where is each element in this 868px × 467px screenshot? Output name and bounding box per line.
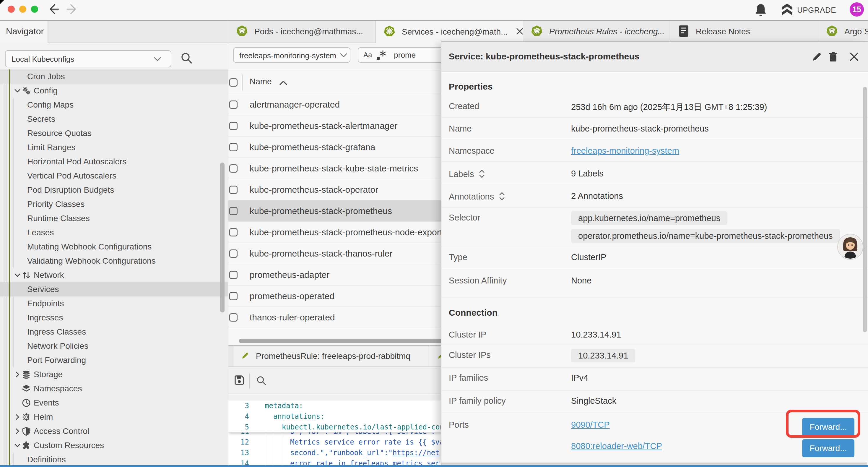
- sidebar-item-label: Config Maps: [27, 100, 73, 110]
- sidebar-item-pod-disruption-budgets[interactable]: Pod Disruption Budgets: [0, 183, 228, 197]
- forward-button[interactable]: Forward...: [802, 439, 855, 457]
- sidebar-scrollbar[interactable]: [220, 163, 224, 313]
- dock-resize-bar[interactable]: [0, 465, 868, 467]
- trash-icon[interactable]: [828, 51, 839, 63]
- namespace-select[interactable]: freeleaps-monitoring-system: [233, 47, 350, 63]
- window-close-button[interactable]: [8, 6, 15, 13]
- sidebar-item-network-policies[interactable]: Network Policies: [0, 339, 228, 353]
- row-checkbox[interactable]: [229, 228, 238, 236]
- sidebar-item-services[interactable]: Services: [0, 282, 228, 296]
- sidebar-item-label: Custom Resources: [34, 441, 104, 450]
- dock-tab-prometheusrule[interactable]: PrometheusRule: freeleaps-prod-rabbitmq: [233, 346, 429, 367]
- sidebar-item-label: Namespaces: [34, 384, 82, 393]
- row-checkbox[interactable]: [229, 292, 238, 300]
- chevron-right-icon[interactable]: [13, 413, 22, 422]
- cluster-ip-badge[interactable]: 10.233.14.91: [571, 349, 635, 362]
- nav-back-button[interactable]: [49, 4, 59, 15]
- row-checkbox[interactable]: [229, 250, 238, 258]
- sidebar-item-resource-quotas[interactable]: Resource Quotas: [0, 126, 228, 140]
- name-column-header[interactable]: Name: [250, 77, 272, 86]
- sidebar-item-label: Network Policies: [27, 341, 88, 351]
- regex-toggle-icon[interactable]: [376, 50, 386, 61]
- window-zoom-button[interactable]: [31, 6, 38, 13]
- sidebar-item-definitions[interactable]: Definitions: [0, 453, 228, 465]
- sidebar-item-config-maps[interactable]: Config Maps: [0, 98, 228, 112]
- selector-badge[interactable]: operator.prometheus.io/name=kube-prometh…: [571, 229, 840, 243]
- sidebar-item-label: Config: [34, 86, 58, 95]
- chevron-right-icon[interactable]: [13, 427, 22, 437]
- document-icon: [678, 25, 689, 38]
- row-checkbox[interactable]: [229, 271, 238, 279]
- service-name-cell: kube-prometheus-stack-operator: [250, 185, 378, 195]
- sidebar-item-leases[interactable]: Leases: [0, 226, 228, 240]
- sidebar-item-runtime-classes[interactable]: Runtime Classes: [0, 211, 228, 226]
- sidebar-item-custom-resources[interactable]: Custom Resources: [0, 438, 228, 453]
- row-checkbox[interactable]: [229, 143, 238, 151]
- sort-ascending-icon[interactable]: [279, 80, 288, 86]
- drawer-value-link[interactable]: freeleaps-monitoring-system: [571, 146, 679, 156]
- chevron-down-icon[interactable]: [13, 441, 22, 451]
- sidebar-item-ingress-classes[interactable]: Ingress Classes: [0, 325, 228, 339]
- sidebar-item-ingresses[interactable]: Ingresses: [0, 311, 228, 325]
- edit-pencil-icon[interactable]: [811, 51, 823, 63]
- upgrade-button[interactable]: UPGRADE: [781, 4, 836, 17]
- drawer-scrollbar[interactable]: [863, 87, 867, 332]
- match-case-toggle[interactable]: Aa: [363, 51, 372, 59]
- kubeconfig-select[interactable]: Local Kubeconfigs: [5, 50, 172, 67]
- row-checkbox[interactable]: [229, 164, 238, 173]
- sidebar-item-endpoints[interactable]: Endpoints: [0, 296, 228, 311]
- sidebar-item-cron-jobs[interactable]: Cron Jobs: [0, 69, 228, 84]
- close-icon[interactable]: [848, 51, 860, 63]
- navigator-sidebar: Local Kubeconfigs Cron JobsConfigConfig …: [0, 43, 228, 465]
- sidebar-item-validating-webhook-configurations[interactable]: Validating Webhook Configurations: [0, 254, 228, 268]
- tab-argo-se[interactable]: Argo Se: [818, 21, 868, 42]
- window-corner: [0, 0, 4, 4]
- sidebar-item-port-forwarding[interactable]: Port Forwarding: [0, 353, 228, 368]
- row-divider: [441, 139, 868, 139]
- sidebar-item-label: Priority Classes: [27, 200, 85, 209]
- row-checkbox[interactable]: [229, 100, 238, 109]
- edit-pencil-icon: [241, 351, 249, 361]
- port-link[interactable]: 8080:reloader-web/TCP: [571, 441, 662, 451]
- sidebar-search-icon[interactable]: [180, 51, 194, 66]
- sidebar-item-label: Runtime Classes: [27, 214, 90, 223]
- notifications-bell-icon[interactable]: [754, 3, 768, 19]
- sidebar-item-access-control[interactable]: Access Control: [0, 424, 228, 438]
- sidebar-item-namespaces[interactable]: Namespaces: [0, 382, 228, 396]
- sidebar-item-vertical-pod-autoscalers[interactable]: Vertical Pod Autoscalers: [0, 169, 228, 183]
- sidebar-item-storage[interactable]: Storage: [0, 368, 228, 382]
- chevron-down-icon[interactable]: [13, 271, 22, 281]
- sidebar-item-label: Endpoints: [27, 299, 64, 308]
- save-icon[interactable]: [234, 375, 245, 387]
- tab-services-icecheng-math[interactable]: Services - icecheng@math...: [376, 21, 523, 43]
- select-all-checkbox[interactable]: [229, 78, 238, 87]
- port-link[interactable]: 9090/TCP: [571, 420, 610, 430]
- chevron-right-icon[interactable]: [13, 370, 22, 380]
- sidebar-item-config[interactable]: Config: [0, 84, 228, 98]
- sidebar-item-network[interactable]: Network: [0, 268, 228, 282]
- tab-prometheus-rules-icecheng[interactable]: Prometheus Rules - icecheng...: [523, 21, 670, 42]
- user-avatar[interactable]: [837, 234, 863, 260]
- tab-pods-icecheng-mathmas[interactable]: Pods - icecheng@mathmas...: [228, 21, 376, 42]
- tab-close-icon[interactable]: [515, 27, 523, 37]
- selector-badge[interactable]: app.kubernetes.io/name=prometheus: [571, 211, 727, 225]
- row-checkbox[interactable]: [229, 185, 238, 194]
- sidebar-item-secrets[interactable]: Secrets: [0, 112, 228, 126]
- chevron-down-icon[interactable]: [13, 87, 22, 96]
- sidebar-item-limit-ranges[interactable]: Limit Ranges: [0, 140, 228, 154]
- sidebar-item-label: Ingresses: [27, 313, 63, 322]
- sidebar-item-priority-classes[interactable]: Priority Classes: [0, 197, 228, 211]
- sidebar-item-helm[interactable]: Helm: [0, 410, 228, 424]
- nav-forward-button[interactable]: [66, 4, 77, 15]
- update-count-badge[interactable]: 15: [850, 2, 864, 17]
- window-minimize-button[interactable]: [19, 6, 26, 13]
- row-checkbox[interactable]: [229, 122, 238, 130]
- row-checkbox[interactable]: [229, 313, 238, 322]
- row-checkbox[interactable]: [229, 207, 238, 215]
- code-text: second.","runbook_url":"https://net: [290, 447, 440, 458]
- editor-search-icon[interactable]: [255, 375, 267, 388]
- tab-release-notes[interactable]: Release Notes: [670, 21, 818, 42]
- sidebar-item-events[interactable]: Events: [0, 396, 228, 410]
- sidebar-item-mutating-webhook-configurations[interactable]: Mutating Webhook Configurations: [0, 240, 228, 254]
- sidebar-item-horizontal-pod-autoscalers[interactable]: Horizontal Pod Autoscalers: [0, 154, 228, 169]
